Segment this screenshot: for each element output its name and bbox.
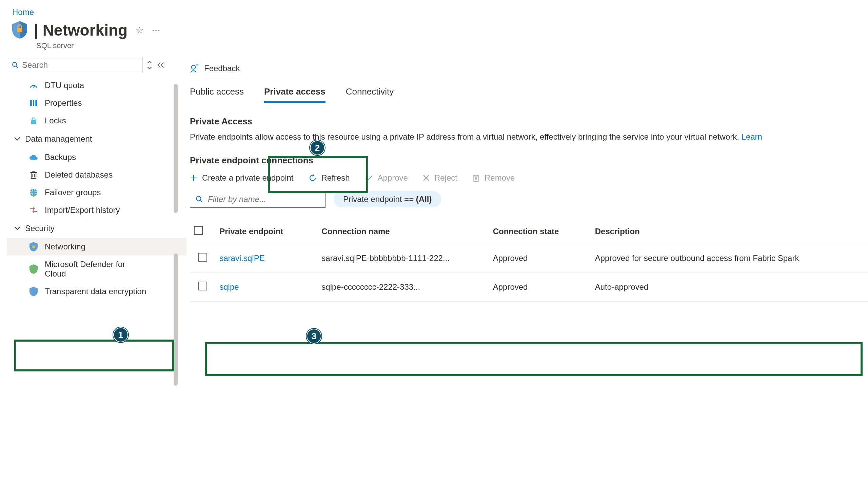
- sidebar-scrollbar[interactable]: [174, 84, 178, 213]
- action-label: Reject: [434, 173, 457, 183]
- create-private-endpoint-button[interactable]: Create a private endpoint: [190, 173, 294, 183]
- breadcrumb-home-link[interactable]: Home: [12, 7, 34, 17]
- svg-rect-7: [31, 120, 36, 124]
- tab-private-access[interactable]: Private access: [264, 86, 326, 103]
- shield-icon: [28, 242, 39, 251]
- sidebar-item-tde[interactable]: Transparent data encryption: [7, 283, 186, 300]
- sidebar-item-properties[interactable]: Properties: [7, 94, 186, 112]
- private-endpoint-link[interactable]: saravi.sqlPE: [219, 253, 264, 263]
- sidebar-item-label: Deleted databases: [45, 170, 113, 180]
- resource-type-label: SQL server: [1, 41, 868, 50]
- description-cell: Approved for secure outbound access from…: [591, 244, 868, 273]
- sidebar-section-data-management[interactable]: Data management: [7, 129, 186, 148]
- sidebar-search-input[interactable]: [22, 60, 137, 70]
- svg-point-27: [196, 196, 201, 201]
- tab-public-access[interactable]: Public access: [190, 86, 244, 103]
- sidebar-scrollbar[interactable]: [174, 253, 178, 386]
- action-bar: Create a private endpoint Refresh Approv…: [190, 173, 868, 183]
- filter-input-box[interactable]: [190, 191, 326, 208]
- collapse-sidebar-icon[interactable]: [157, 62, 165, 68]
- reject-button[interactable]: Reject: [423, 173, 457, 183]
- table-header-checkbox[interactable]: [190, 219, 215, 244]
- refresh-button[interactable]: Refresh: [309, 173, 350, 183]
- page-title: | Networking: [34, 21, 127, 39]
- breadcrumb: Home: [0, 0, 868, 21]
- svg-rect-17: [32, 246, 35, 248]
- defender-icon: [28, 264, 39, 274]
- sidebar-item-label: Microsoft Defender for Cloud: [45, 260, 146, 279]
- approve-button[interactable]: Approve: [365, 173, 408, 183]
- action-label: Create a private endpoint: [202, 173, 294, 183]
- sidebar-search[interactable]: [7, 57, 142, 73]
- row-checkbox[interactable]: [198, 253, 207, 262]
- table-header-connection-state[interactable]: Connection state: [489, 219, 591, 244]
- sidebar-item-label: Backups: [45, 152, 76, 162]
- favorite-star-icon[interactable]: ☆: [136, 25, 143, 36]
- pill-value: (All): [416, 195, 432, 204]
- row-checkbox[interactable]: [198, 282, 207, 290]
- sidebar-item-label: DTU quota: [45, 81, 84, 90]
- table-header-private-endpoint[interactable]: Private endpoint: [215, 219, 317, 244]
- description-cell: Auto-approved: [591, 273, 868, 302]
- section-title: Private Access: [190, 116, 868, 127]
- connection-state-cell: Approved: [489, 273, 591, 302]
- search-icon: [196, 196, 203, 203]
- sidebar-item-networking[interactable]: Networking: [7, 238, 186, 256]
- tabs: Public access Private access Connectivit…: [190, 86, 868, 103]
- svg-line-28: [200, 200, 202, 202]
- pill-prefix: Private endpoint ==: [343, 195, 416, 204]
- filter-input[interactable]: [208, 195, 320, 204]
- cloud-icon: [28, 154, 39, 161]
- search-icon: [12, 62, 19, 68]
- sidebar-item-label: Locks: [45, 116, 66, 125]
- svg-line-2: [16, 66, 18, 68]
- main-content: Feedback Public access Private access Co…: [186, 57, 868, 302]
- annotation-badge-3: 3: [307, 329, 321, 344]
- sidebar-item-label: Properties: [45, 98, 82, 108]
- svg-rect-6: [35, 100, 37, 106]
- resource-shield-icon: [12, 21, 27, 39]
- action-label: Remove: [485, 173, 515, 183]
- sidebar-item-deleted-databases[interactable]: Deleted databases: [7, 166, 186, 184]
- subsection-title: Private endpoint connections: [190, 155, 868, 166]
- sidebar: DTU quota Properties Locks Data manageme…: [0, 57, 186, 302]
- table-header-connection-name[interactable]: Connection name: [317, 219, 489, 244]
- connection-name-cell: saravi.sqlPE-bbbbbbbb-1111-222...: [317, 244, 489, 273]
- expand-collapse-icon[interactable]: [146, 60, 153, 70]
- remove-button[interactable]: Remove: [472, 173, 515, 183]
- table-header-description[interactable]: Description: [591, 219, 868, 244]
- annotation-badge-2: 2: [310, 140, 325, 155]
- sidebar-item-dtu-quota[interactable]: DTU quota: [7, 77, 186, 94]
- plus-icon: [190, 174, 197, 182]
- connection-state-cell: Approved: [489, 244, 591, 273]
- x-icon: [423, 175, 430, 181]
- sidebar-section-security[interactable]: Security: [7, 219, 186, 238]
- sidebar-item-label: Transparent data encryption: [45, 287, 146, 296]
- refresh-icon: [309, 174, 317, 182]
- content-toolbar: Feedback: [190, 64, 868, 79]
- sidebar-item-label: Import/Export history: [45, 205, 120, 215]
- svg-rect-8: [31, 173, 36, 179]
- filter-pill[interactable]: Private endpoint == (All): [334, 191, 441, 207]
- more-actions-icon[interactable]: ⋯: [152, 25, 161, 36]
- svg-rect-0: [17, 28, 22, 33]
- sidebar-item-import-export[interactable]: Import/Export history: [7, 201, 186, 219]
- tab-connectivity[interactable]: Connectivity: [346, 86, 394, 103]
- sidebar-item-backups[interactable]: Backups: [7, 148, 186, 166]
- learn-more-link[interactable]: Learn: [742, 132, 762, 141]
- section-description: Private endpoints allow access to this r…: [190, 132, 868, 142]
- checkbox-icon[interactable]: [194, 226, 203, 235]
- private-endpoints-table: Private endpoint Connection name Connect…: [190, 219, 868, 302]
- sidebar-item-label: Failover groups: [45, 188, 101, 197]
- globe-icon: [28, 188, 39, 197]
- table-row[interactable]: saravi.sqlPE saravi.sqlPE-bbbbbbbb-1111-…: [190, 244, 868, 273]
- svg-rect-23: [474, 176, 478, 181]
- sidebar-item-failover-groups[interactable]: Failover groups: [7, 184, 186, 201]
- private-endpoint-link[interactable]: sqlpe: [219, 282, 239, 291]
- table-row[interactable]: sqlpe sqlpe-cccccccc-2222-333... Approve…: [190, 273, 868, 302]
- sidebar-section-label: Data management: [25, 134, 92, 144]
- sidebar-item-defender[interactable]: Microsoft Defender for Cloud: [7, 256, 186, 283]
- feedback-button[interactable]: Feedback: [190, 64, 240, 73]
- gauge-icon: [28, 81, 39, 90]
- sidebar-item-locks[interactable]: Locks: [7, 112, 186, 129]
